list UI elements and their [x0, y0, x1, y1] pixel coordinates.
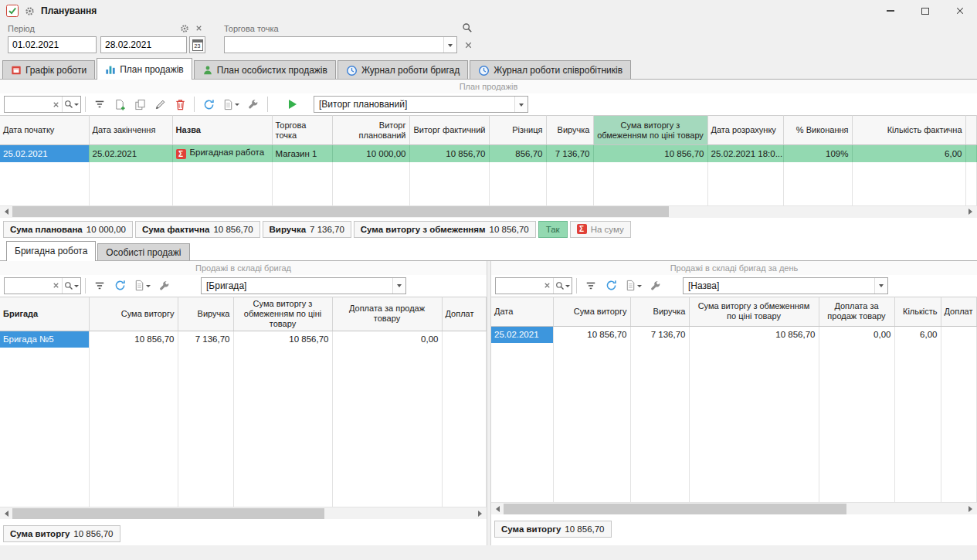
- row-cell[interactable]: Магазин 1: [272, 145, 332, 162]
- search-input[interactable]: [4, 96, 81, 113]
- chevron-down-icon[interactable]: [443, 37, 456, 53]
- column-header[interactable]: % Виконання: [783, 116, 852, 145]
- column-header[interactable]: Кількість: [894, 297, 941, 326]
- column-header[interactable]: Виручка: [546, 116, 593, 145]
- row-cell[interactable]: 0,00: [332, 331, 442, 348]
- delete-record-button[interactable]: [170, 95, 190, 114]
- column-header[interactable]: Дата: [491, 297, 553, 326]
- maximize-button[interactable]: [907, 0, 942, 22]
- column-header[interactable]: Кількість фактична: [852, 116, 965, 145]
- column-header[interactable]: Виторг планований: [332, 116, 409, 145]
- column-header[interactable]: Сума виторгу: [553, 297, 630, 326]
- plan-metric-combo[interactable]: [Виторг планований]: [314, 96, 528, 113]
- row-cell[interactable]: 6,00: [894, 326, 941, 343]
- scroll-left-button[interactable]: [491, 503, 504, 515]
- column-header[interactable]: Назва: [172, 116, 272, 145]
- column-header[interactable]: Різниця: [489, 116, 546, 145]
- add-record-button[interactable]: [110, 95, 130, 114]
- filter-button[interactable]: [581, 277, 601, 295]
- date-to-input[interactable]: [100, 36, 187, 53]
- scroll-right-button[interactable]: [965, 205, 977, 218]
- tab-personal-sales-plan[interactable]: План особистих продажів: [194, 60, 336, 80]
- scroll-right-button[interactable]: [474, 507, 487, 520]
- scroll-left-button[interactable]: [0, 507, 12, 520]
- trade-point-clear-button[interactable]: [461, 38, 475, 52]
- tab-sales-plan[interactable]: План продажів: [97, 58, 192, 80]
- horizontal-scrollbar[interactable]: [0, 205, 977, 218]
- focused-cell[interactable]: 25.02.2021: [491, 326, 553, 343]
- focused-cell[interactable]: Бригада №5: [0, 331, 89, 348]
- calendar-picker-button[interactable]: 23: [189, 36, 205, 53]
- search-icon[interactable]: [62, 278, 80, 294]
- horizontal-scrollbar[interactable]: [491, 502, 977, 514]
- row-cell[interactable]: 7 136,70: [178, 331, 233, 348]
- focused-cell[interactable]: 25.02.2021: [0, 145, 89, 162]
- column-header[interactable]: Дата розрахунку: [707, 116, 783, 145]
- column-header[interactable]: Сума виторгу: [89, 297, 178, 331]
- scrollbar-track[interactable]: [504, 503, 965, 515]
- search-input[interactable]: [4, 277, 81, 294]
- scrollbar-thumb[interactable]: [12, 508, 324, 519]
- column-header[interactable]: Виручка: [178, 297, 233, 331]
- row-cell[interactable]: 25.02.2021 18:0...: [707, 145, 783, 162]
- column-header[interactable]: Сума виторгу з обмеженням по ціні товару: [233, 297, 332, 331]
- minimize-button[interactable]: [873, 0, 907, 22]
- column-header[interactable]: Доплата за продаж товару: [819, 297, 894, 326]
- table-row-selected[interactable]: 25.02.2021 25.02.2021 ΣБригадная работа …: [0, 145, 977, 162]
- table-row-selected[interactable]: 25.02.2021 10 856,70 7 136,70 10 856,70 …: [491, 326, 977, 343]
- column-header-highlighted[interactable]: Сума виторгу з обмеженням по ціні товару: [593, 116, 707, 145]
- report-button[interactable]: [130, 277, 154, 295]
- row-cell[interactable]: 6,00: [852, 145, 965, 162]
- row-cell[interactable]: 0,00: [819, 326, 894, 343]
- filter-button[interactable]: [90, 277, 110, 295]
- tools-button[interactable]: [646, 277, 666, 295]
- tools-button[interactable]: [154, 277, 175, 295]
- column-header[interactable]: Дата закінчення: [89, 116, 172, 145]
- clear-search-icon[interactable]: [541, 281, 553, 290]
- copy-record-button[interactable]: [130, 95, 150, 114]
- row-cell-name[interactable]: ΣБригадная работа: [172, 145, 272, 162]
- chevron-down-icon[interactable]: [874, 278, 887, 294]
- clear-search-icon[interactable]: [49, 281, 62, 290]
- report-button[interactable]: [621, 277, 646, 295]
- chevron-down-icon[interactable]: [514, 97, 528, 112]
- column-header[interactable]: Торгова точка: [272, 116, 332, 145]
- trade-point-search-icon[interactable]: [462, 22, 473, 33]
- daily-group-combo[interactable]: [Назва]: [683, 277, 888, 294]
- horizontal-scrollbar[interactable]: [0, 507, 487, 519]
- row-cell[interactable]: 10 856,70: [409, 145, 489, 162]
- clear-search-icon[interactable]: [49, 100, 62, 109]
- trade-point-combo[interactable]: [224, 36, 457, 53]
- filter-button[interactable]: [90, 95, 110, 114]
- run-calculation-button[interactable]: [283, 95, 303, 114]
- tab-work-schedule[interactable]: Графік роботи: [2, 60, 95, 80]
- column-header[interactable]: Виручка: [630, 297, 689, 326]
- column-header[interactable]: Доплат: [941, 297, 977, 326]
- edit-record-button[interactable]: [150, 95, 170, 114]
- refresh-button[interactable]: [110, 277, 130, 295]
- close-button[interactable]: [942, 0, 977, 22]
- scrollbar-thumb[interactable]: [12, 206, 669, 217]
- row-cell[interactable]: 10 856,70: [233, 331, 332, 348]
- scrollbar-thumb[interactable]: [504, 504, 846, 514]
- report-button[interactable]: [219, 95, 243, 114]
- tab-brigade-work[interactable]: Бригадна робота: [6, 241, 96, 261]
- period-settings-icon[interactable]: [180, 24, 189, 33]
- column-header[interactable]: Бригада: [0, 297, 89, 331]
- column-header[interactable]: Доплата за продаж товару: [332, 297, 442, 331]
- tab-personal-sales[interactable]: Особисті продажі: [97, 243, 189, 261]
- search-icon[interactable]: [62, 97, 80, 112]
- column-header[interactable]: Доплат: [442, 297, 487, 331]
- row-cell[interactable]: 7 136,70: [630, 326, 689, 343]
- row-cell[interactable]: 10 856,70: [553, 326, 630, 343]
- refresh-button[interactable]: [198, 95, 219, 114]
- row-cell[interactable]: 10 856,70: [89, 331, 178, 348]
- row-cell[interactable]: 10 856,70: [689, 326, 819, 343]
- row-cell[interactable]: 7 136,70: [546, 145, 593, 162]
- row-cell[interactable]: 25.02.2021: [89, 145, 172, 162]
- scroll-right-button[interactable]: [965, 503, 977, 515]
- scroll-left-button[interactable]: [0, 205, 12, 218]
- brigade-group-combo[interactable]: [Бригада]: [201, 277, 406, 294]
- table-row-selected[interactable]: Бригада №5 10 856,70 7 136,70 10 856,70 …: [0, 331, 487, 348]
- row-cell[interactable]: 856,70: [489, 145, 546, 162]
